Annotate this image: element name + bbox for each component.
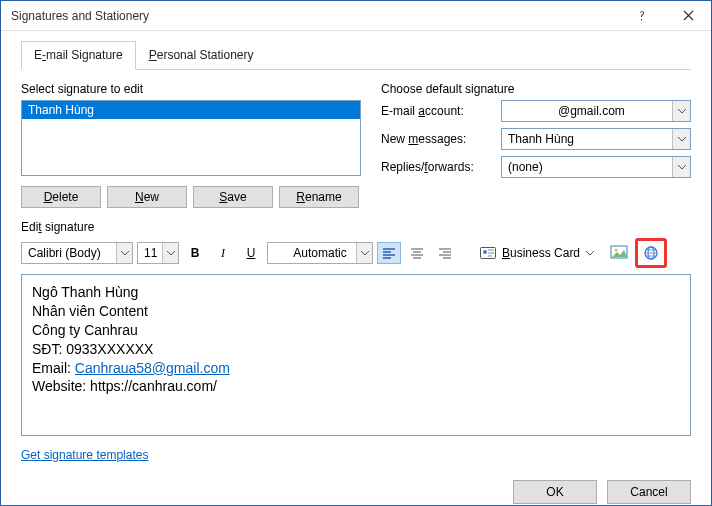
chevron-down-icon [672,157,690,177]
business-card-button[interactable]: Business Card [471,242,603,264]
close-button[interactable] [665,1,711,31]
chevron-down-icon [356,243,372,263]
ok-button[interactable]: OK [513,480,597,504]
signature-listbox[interactable]: Thanh Hùng [21,100,361,176]
highlight-annotation [635,238,667,268]
edit-toolbar: Calibri (Body) 11 B I U Automatic Busine… [21,238,691,268]
align-center-button[interactable] [405,242,429,264]
svg-point-3 [615,249,618,252]
email-account-combo[interactable]: @gmail.com [501,100,691,122]
align-left-icon [382,247,396,259]
align-center-icon [410,247,424,259]
email-link[interactable]: Canhraua58@gmail.com [75,360,230,376]
align-left-button[interactable] [377,242,401,264]
editor-line: Ngô Thanh Hùng [32,283,680,302]
email-account-label: E-mail account: [381,104,501,118]
italic-button[interactable]: I [211,242,235,264]
chevron-down-icon [162,243,178,263]
font-color-combo[interactable]: Automatic [267,242,373,264]
insert-hyperlink-button[interactable] [639,242,663,264]
underline-button[interactable]: U [239,242,263,264]
cancel-button[interactable]: Cancel [607,480,691,504]
font-size-combo[interactable]: 11 [137,242,179,264]
replies-forwards-label: Replies/forwards: [381,160,501,174]
save-button[interactable]: Save [193,186,273,208]
chevron-down-icon [672,101,690,121]
editor-line: SĐT: 0933XXXXXX [32,340,680,359]
email-account-value: @gmail.com [558,104,625,118]
help-button[interactable] [619,1,665,31]
select-signature-label: Select signature to edit [21,82,361,96]
signature-editor[interactable]: Ngô Thanh Hùng Nhân viên Content Công ty… [21,274,691,436]
font-value: Calibri (Body) [28,246,101,260]
align-right-button[interactable] [433,242,457,264]
align-right-icon [438,247,452,259]
new-messages-value: Thanh Hùng [508,132,574,146]
close-icon [683,10,694,21]
bold-button[interactable]: B [183,242,207,264]
help-icon [636,10,648,22]
rename-button[interactable]: Rename [279,186,359,208]
business-card-icon [480,246,496,260]
business-card-label: Business Card [502,246,580,260]
hyperlink-icon [642,245,660,261]
edit-signature-label: Edit signature [21,220,691,234]
editor-line: Nhân viên Content [32,302,680,321]
picture-icon [610,245,628,261]
new-messages-label: New messages: [381,132,501,146]
titlebar: Signatures and Stationery [1,1,711,31]
list-item[interactable]: Thanh Hùng [22,101,360,119]
tab-personal-stationery[interactable]: Personal Stationery [136,41,267,69]
tabs: E-mail Signature Personal Stationery [21,41,691,70]
font-combo[interactable]: Calibri (Body) [21,242,133,264]
editor-line: Email: Canhraua58@gmail.com [32,359,680,378]
svg-point-1 [483,250,487,254]
new-button[interactable]: New [107,186,187,208]
chevron-down-icon [672,129,690,149]
insert-picture-button[interactable] [607,242,631,264]
replies-forwards-combo[interactable]: (none) [501,156,691,178]
chevron-down-icon [116,243,132,263]
tab-email-signature[interactable]: E-mail Signature [21,41,136,70]
font-size-value: 11 [144,246,157,260]
get-templates-link[interactable]: Get signature templates [21,448,148,462]
editor-line: Website: https://canhrau.com/ [32,377,680,396]
chevron-down-icon [586,251,594,256]
dialog-title: Signatures and Stationery [11,9,619,23]
replies-forwards-value: (none) [508,160,543,174]
choose-default-label: Choose default signature [381,82,691,96]
delete-button[interactable]: Delete [21,186,101,208]
editor-line: Công ty Canhrau [32,321,680,340]
new-messages-combo[interactable]: Thanh Hùng [501,128,691,150]
